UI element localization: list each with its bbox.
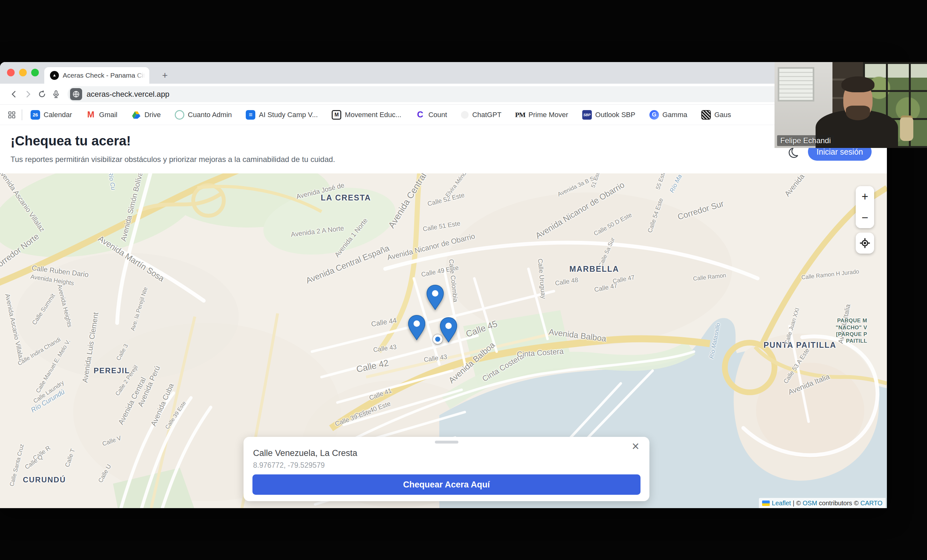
bookmark-prime-mover[interactable]: PMPrime Mover [515,110,568,120]
bookmark-calendar[interactable]: 26Calendar [30,110,72,120]
webcam-overlay: Felipe Echandi [775,62,927,148]
gaus-icon [701,110,711,120]
bookmark-label: Gaus [714,111,731,119]
cuanto-icon [175,110,184,120]
map-zoom-control: + − [856,186,874,228]
page-subtitle: Tus reportes permitirán visibilizar obst… [11,155,335,164]
card-coordinates: 8.976772, -79.529579 [253,461,325,470]
chatgpt-icon [461,111,469,119]
bookmark-label: Gmail [99,111,117,119]
map-attribution: Leaflet | © OSM contributors © CARTO [759,498,886,508]
gamma-icon: G [649,110,659,120]
bookmark-label: Gamma [663,111,687,119]
zoom-in-button[interactable]: + [856,186,874,207]
bookmark-label: Drive [144,111,161,119]
locate-me-button[interactable] [856,232,874,253]
back-button[interactable] [7,87,21,101]
bookmark-ai-study-camp-v[interactable]: ≡AI Study Camp V... [246,110,318,120]
browser-toolbar: aceras-check.vercel.app [0,84,887,105]
bookmark-drive[interactable]: Drive [131,110,161,120]
location-card: × Calle Venezuela, La Cresta 8.976772, -… [243,437,649,501]
crosshair-icon [860,238,870,249]
url-text: aceras-check.vercel.app [87,90,169,99]
bookmark-gmail[interactable]: MGmail [86,110,117,120]
bookmark-label: Outlook SBP [595,111,635,119]
card-address: Calle Venezuela, La Cresta [253,448,357,458]
ukraine-flag-icon [762,501,770,506]
bookmarks-bar: 26CalendarMGmailDriveCuanto Admin≡AI Stu… [0,105,887,125]
bookmark-label: Movement Educ... [345,111,401,119]
page-header: ¡Chequea tu acera! Tus reportes permitir… [0,125,887,173]
tab-bar: Aceras Check - Panama City + [0,62,887,84]
bookmarks-separator [22,109,22,120]
participant-name-label: Felipe Echandi [777,135,834,146]
bookmark-label: ChatGPT [472,111,501,119]
apps-grid-icon[interactable] [8,111,16,119]
new-tab-button[interactable]: + [158,69,171,82]
reload-button[interactable] [35,87,49,101]
attribution-text: contributors © [817,499,860,507]
zoom-out-button[interactable]: − [856,207,874,228]
minimize-window-button[interactable] [19,69,27,76]
bookmark-gamma[interactable]: GGamma [649,110,687,120]
calendar-icon: 26 [30,110,40,120]
drive-icon [131,110,141,120]
address-bar[interactable]: aceras-check.vercel.app [67,86,801,102]
osm-link[interactable]: OSM [802,499,817,507]
count-icon: C [415,110,425,120]
forward-button[interactable] [21,87,35,101]
bookmark-outlook-sbp[interactable]: SBPOutlook SBP [582,110,635,120]
outlook-icon: SBP [582,110,592,120]
bookmark-label: Calendar [44,111,72,119]
tab-title: Aceras Check - Panama City [63,71,149,79]
bookmark-label: Count [429,111,447,119]
bookmark-count[interactable]: CCount [415,110,447,120]
bookmark-gaus[interactable]: Gaus [701,110,731,120]
dark-mode-icon[interactable] [786,146,800,160]
card-drag-handle[interactable] [435,441,458,443]
page-title: ¡Chequea tu acera! [11,133,131,149]
bookmark-label: Prime Mover [529,111,568,119]
bookmark-chatgpt[interactable]: ChatGPT [461,111,501,119]
bookmarks-list: 26CalendarMGmailDriveCuanto Admin≡AI Stu… [30,110,731,120]
browser-tab[interactable]: Aceras Check - Panama City [44,67,149,84]
leaflet-link[interactable]: Leaflet [772,499,791,507]
attribution-text: | © [791,499,803,507]
current-location-dot [433,334,442,344]
m-square-icon: M [332,110,341,120]
bookmark-label: Cuanto Admin [188,111,232,119]
bookmark-movement-educ[interactable]: MMovement Educ... [332,110,401,120]
site-globe-icon [70,88,82,100]
leaflet-map[interactable]: Avenida Ascanio VillalazAvenida Ascanio … [0,173,887,508]
screen-share-stage: Aceras Check - Panama City + aceras-chec [0,0,927,560]
carto-link[interactable]: CARTO [860,499,883,507]
card-close-button[interactable]: × [630,439,641,453]
fullscreen-window-button[interactable] [31,69,39,76]
check-sidewalk-button[interactable]: Chequear Acera Aquí [252,474,640,495]
participant-face [843,81,872,119]
pm-icon: PM [515,110,525,120]
map-pin[interactable] [407,315,426,342]
gmail-icon: M [86,110,96,120]
doc-blue-icon: ≡ [246,110,255,120]
aceras-logo-icon [50,71,59,80]
bookmark-cuanto-admin[interactable]: Cuanto Admin [175,110,232,120]
map-pin[interactable] [426,284,444,312]
bookmark-label: AI Study Camp V... [259,111,318,119]
close-window-button[interactable] [7,69,15,76]
browser-window: Aceras Check - Panama City + aceras-chec [0,62,887,508]
microphone-icon[interactable] [49,87,63,101]
window-controls [7,69,39,76]
